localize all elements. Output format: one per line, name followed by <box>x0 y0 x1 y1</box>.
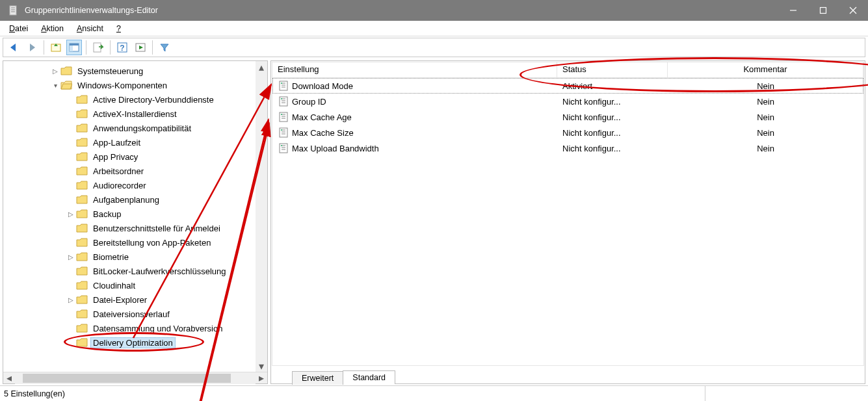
list-row[interactable]: Max Cache SizeNicht konfigur...Nein <box>272 125 863 140</box>
tree-label: Windows-Komponenten <box>75 81 170 90</box>
tree-node[interactable]: Active Directory-Verbunddienste <box>3 92 267 107</box>
status-text: 5 Einstellung(en) <box>0 386 705 401</box>
vertical-scrollbar[interactable]: ▴ ▾ <box>256 61 267 372</box>
svg-rect-0 <box>10 6 16 15</box>
tree-node[interactable]: Cloudinhalt <box>3 278 267 292</box>
svg-rect-5 <box>821 8 826 14</box>
svg-rect-30 <box>281 114 282 115</box>
folder-icon <box>76 94 88 105</box>
settings-list[interactable]: Einstellung Status Kommentar Download Mo… <box>272 62 864 366</box>
tree-node[interactable]: BitLocker-Laufwerkverschlüsselung <box>3 264 267 278</box>
expander-icon[interactable]: ▷ <box>66 253 76 261</box>
forward-button[interactable] <box>24 40 40 55</box>
expander-icon[interactable]: ▷ <box>66 296 76 304</box>
tree-node[interactable]: ▷Backup <box>3 207 267 221</box>
tree-node-systemsteuerung[interactable]: ▷ Systemsteuerung <box>3 64 267 78</box>
policy-icon <box>278 112 289 122</box>
title-bar: Gruppenrichtlinienverwaltungs-Editor <box>0 0 868 21</box>
setting-comment: Nein <box>668 112 863 122</box>
scroll-thumb[interactable] <box>23 374 231 383</box>
export-button[interactable] <box>90 40 106 55</box>
horizontal-scrollbar[interactable]: ◂ ▸ <box>3 372 267 383</box>
menu-action[interactable]: Aktion <box>34 23 70 34</box>
expander-icon[interactable]: ▾ <box>50 82 60 89</box>
setting-status: Nicht konfigur... <box>557 112 668 122</box>
play-button[interactable] <box>133 40 148 55</box>
tree-node[interactable]: Benutzerschnittstelle für Anmeldei <box>3 221 267 235</box>
scroll-up-icon[interactable]: ▴ <box>256 61 267 73</box>
tree-node[interactable]: Audiorecorder <box>3 178 267 192</box>
scroll-left-icon[interactable]: ◂ <box>3 372 15 384</box>
tree-label: Aufgabenplanung <box>90 195 162 205</box>
tree-node[interactable]: Aufgabenplanung <box>3 192 267 207</box>
tree-node[interactable]: Bereitstellung von App-Paketen <box>3 235 267 250</box>
tab-standard[interactable]: Standard <box>343 370 395 384</box>
tree-node[interactable]: Datensammlung und Vorabversion <box>3 321 267 335</box>
setting-status: Nicht konfigur... <box>557 144 668 153</box>
menu-file[interactable]: Datei <box>3 23 34 34</box>
tree-pane: ▷ Systemsteuerung ▾ Windows-Komponenten … <box>3 60 268 384</box>
folder-open-icon <box>60 80 72 90</box>
close-button[interactable] <box>838 0 868 21</box>
svg-rect-36 <box>280 144 287 153</box>
folder-icon <box>60 66 72 76</box>
svg-rect-20 <box>281 83 282 84</box>
policy-icon <box>278 127 289 138</box>
setting-status: Nicht konfigur... <box>557 128 668 138</box>
help-button[interactable]: ? <box>114 40 130 55</box>
expander-icon[interactable]: ▷ <box>66 211 76 218</box>
tree-label: Delivery Optimization <box>90 337 176 348</box>
folder-icon <box>76 180 88 190</box>
tree-node[interactable]: ActiveX-Installerdienst <box>3 107 267 121</box>
tree-label: Datensammlung und Vorabversion <box>90 324 225 333</box>
minimize-button[interactable] <box>778 0 808 21</box>
maximize-button[interactable] <box>808 0 838 21</box>
window-title: Gruppenrichtlinienverwaltungs-Editor <box>25 6 778 15</box>
tree-label: Cloudinhalt <box>90 281 138 291</box>
col-setting[interactable]: Einstellung <box>272 62 557 77</box>
col-status[interactable]: Status <box>557 62 668 77</box>
svg-rect-35 <box>281 129 282 131</box>
tab-extended[interactable]: Erweitert <box>292 371 343 385</box>
tree-node[interactable]: Anwendungskompatibilität <box>3 121 267 135</box>
scroll-track[interactable] <box>15 372 256 384</box>
setting-status: Nicht konfigur... <box>557 97 668 107</box>
folder-icon <box>76 266 88 276</box>
tree-node[interactable]: ▷Datei-Explorer <box>3 292 267 307</box>
menu-help[interactable]: ? <box>110 23 127 34</box>
setting-comment: Nein <box>668 97 863 107</box>
scroll-down-icon[interactable]: ▾ <box>256 360 267 372</box>
folder-icon <box>76 109 88 119</box>
tree-node[interactable]: ▷Biometrie <box>3 250 267 264</box>
list-row[interactable]: Download ModeAktiviertNein <box>272 78 863 94</box>
tree-node[interactable]: Delivery Optimization <box>3 335 267 350</box>
col-comment[interactable]: Kommentar <box>668 62 863 77</box>
setting-comment: Nein <box>668 81 863 91</box>
expander-icon[interactable]: ▷ <box>50 68 60 75</box>
menu-view[interactable]: Ansicht <box>70 23 110 34</box>
tree-node-windows-komponenten[interactable]: ▾ Windows-Komponenten <box>3 78 267 92</box>
back-button[interactable] <box>6 40 21 55</box>
tree-label: App-Laufzeit <box>90 138 143 148</box>
tree-label: Arbeitsordner <box>90 166 146 176</box>
toolbar: ? <box>3 38 865 57</box>
tree-node[interactable]: Dateiversionsverlauf <box>3 307 267 321</box>
policy-tree[interactable]: ▷ Systemsteuerung ▾ Windows-Komponenten … <box>3 61 267 372</box>
tree-label: Bereitstellung von App-Paketen <box>90 238 213 248</box>
up-button[interactable] <box>48 40 64 55</box>
window-controls <box>778 0 868 21</box>
tree-node[interactable]: App Privacy <box>3 149 267 164</box>
tree-node[interactable]: Arbeitsordner <box>3 164 267 178</box>
list-row[interactable]: Max Cache AgeNicht konfigur...Nein <box>272 109 863 125</box>
tree-node[interactable]: App-Laufzeit <box>3 135 267 149</box>
folder-icon <box>76 280 88 291</box>
list-row[interactable]: Max Upload BandwidthNicht konfigur...Nei… <box>272 140 863 156</box>
list-header: Einstellung Status Kommentar <box>272 62 863 78</box>
show-tree-button[interactable] <box>66 40 82 55</box>
svg-rect-40 <box>281 145 282 146</box>
setting-name: Max Upload Bandwidth <box>292 144 379 153</box>
toolbar-divider <box>110 40 111 55</box>
filter-button[interactable] <box>157 40 172 55</box>
scroll-right-icon[interactable]: ▸ <box>256 372 267 384</box>
list-row[interactable]: Group IDNicht konfigur...Nein <box>272 94 863 109</box>
